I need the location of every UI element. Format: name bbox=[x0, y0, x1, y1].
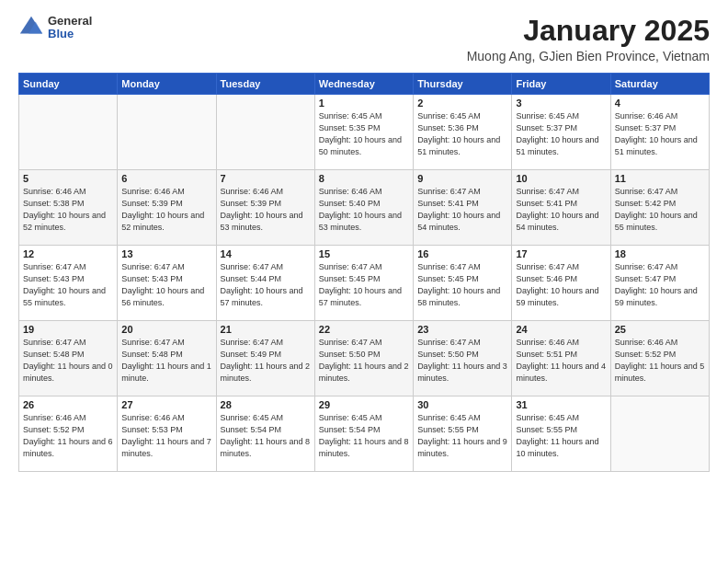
table-row: 1Sunrise: 6:45 AMSunset: 5:35 PMDaylight… bbox=[314, 95, 413, 170]
day-number: 8 bbox=[319, 173, 409, 184]
day-number: 24 bbox=[516, 324, 606, 335]
table-row: 29Sunrise: 6:45 AMSunset: 5:54 PMDayligh… bbox=[314, 396, 413, 472]
calendar-week-row: 12Sunrise: 6:47 AMSunset: 5:43 PMDayligh… bbox=[19, 246, 710, 321]
day-info: Sunrise: 6:47 AMSunset: 5:44 PMDaylight:… bbox=[221, 261, 311, 309]
table-row: 26Sunrise: 6:46 AMSunset: 5:52 PMDayligh… bbox=[19, 396, 118, 472]
table-row: 20Sunrise: 6:47 AMSunset: 5:48 PMDayligh… bbox=[118, 321, 216, 396]
table-row: 6Sunrise: 6:46 AMSunset: 5:39 PMDaylight… bbox=[118, 170, 216, 246]
logo-icon bbox=[18, 15, 44, 40]
table-row: 18Sunrise: 6:47 AMSunset: 5:47 PMDayligh… bbox=[610, 246, 709, 321]
day-info: Sunrise: 6:45 AMSunset: 5:36 PMDaylight:… bbox=[417, 110, 507, 158]
logo-blue: Blue bbox=[48, 28, 92, 40]
col-saturday: Saturday bbox=[610, 74, 709, 95]
day-number: 20 bbox=[121, 324, 211, 335]
day-info: Sunrise: 6:46 AMSunset: 5:52 PMDaylight:… bbox=[615, 337, 705, 385]
day-info: Sunrise: 6:46 AMSunset: 5:39 PMDaylight:… bbox=[221, 186, 311, 234]
col-tuesday: Tuesday bbox=[216, 74, 314, 95]
calendar-week-row: 5Sunrise: 6:46 AMSunset: 5:38 PMDaylight… bbox=[19, 170, 710, 246]
day-number: 30 bbox=[417, 399, 507, 410]
table-row: 2Sunrise: 6:45 AMSunset: 5:36 PMDaylight… bbox=[414, 95, 512, 170]
logo: General Blue bbox=[18, 15, 92, 41]
day-number: 26 bbox=[23, 399, 113, 410]
day-info: Sunrise: 6:46 AMSunset: 5:38 PMDaylight:… bbox=[23, 186, 113, 234]
day-number: 1 bbox=[319, 98, 409, 109]
day-number: 23 bbox=[417, 324, 507, 335]
day-info: Sunrise: 6:47 AMSunset: 5:42 PMDaylight:… bbox=[615, 186, 705, 234]
table-row: 30Sunrise: 6:45 AMSunset: 5:55 PMDayligh… bbox=[414, 396, 512, 472]
day-number: 10 bbox=[516, 173, 606, 184]
day-number: 14 bbox=[221, 248, 311, 259]
day-number: 13 bbox=[121, 248, 211, 259]
day-number: 7 bbox=[221, 173, 311, 184]
table-row: 14Sunrise: 6:47 AMSunset: 5:44 PMDayligh… bbox=[216, 246, 314, 321]
table-row: 7Sunrise: 6:46 AMSunset: 5:39 PMDaylight… bbox=[216, 170, 314, 246]
table-row: 19Sunrise: 6:47 AMSunset: 5:48 PMDayligh… bbox=[19, 321, 118, 396]
table-row: 15Sunrise: 6:47 AMSunset: 5:45 PMDayligh… bbox=[314, 246, 413, 321]
day-info: Sunrise: 6:46 AMSunset: 5:52 PMDaylight:… bbox=[23, 412, 113, 460]
day-info: Sunrise: 6:45 AMSunset: 5:55 PMDaylight:… bbox=[417, 412, 507, 460]
day-number: 16 bbox=[417, 248, 507, 259]
col-sunday: Sunday bbox=[19, 74, 118, 95]
table-row: 9Sunrise: 6:47 AMSunset: 5:41 PMDaylight… bbox=[414, 170, 512, 246]
table-row: 8Sunrise: 6:46 AMSunset: 5:40 PMDaylight… bbox=[314, 170, 413, 246]
calendar-table: Sunday Monday Tuesday Wednesday Thursday… bbox=[18, 73, 710, 472]
day-number: 9 bbox=[417, 173, 507, 184]
calendar-week-row: 1Sunrise: 6:45 AMSunset: 5:35 PMDaylight… bbox=[19, 95, 710, 170]
table-row: 11Sunrise: 6:47 AMSunset: 5:42 PMDayligh… bbox=[610, 170, 709, 246]
col-thursday: Thursday bbox=[414, 74, 512, 95]
table-row: 27Sunrise: 6:46 AMSunset: 5:53 PMDayligh… bbox=[118, 396, 216, 472]
day-info: Sunrise: 6:46 AMSunset: 5:51 PMDaylight:… bbox=[516, 337, 606, 385]
table-row: 25Sunrise: 6:46 AMSunset: 5:52 PMDayligh… bbox=[610, 321, 709, 396]
table-row bbox=[19, 95, 118, 170]
table-row: 12Sunrise: 6:47 AMSunset: 5:43 PMDayligh… bbox=[19, 246, 118, 321]
day-number: 31 bbox=[516, 399, 606, 410]
calendar-week-row: 26Sunrise: 6:46 AMSunset: 5:52 PMDayligh… bbox=[19, 396, 710, 472]
day-number: 17 bbox=[516, 248, 606, 259]
title-block: January 2025 Muong Ang, GJien Bien Provi… bbox=[467, 15, 710, 63]
day-info: Sunrise: 6:47 AMSunset: 5:45 PMDaylight:… bbox=[319, 261, 409, 309]
table-row bbox=[118, 95, 216, 170]
day-number: 18 bbox=[615, 248, 705, 259]
month-title: January 2025 bbox=[467, 15, 710, 47]
table-row: 28Sunrise: 6:45 AMSunset: 5:54 PMDayligh… bbox=[216, 396, 314, 472]
day-number: 28 bbox=[221, 399, 311, 410]
table-row: 31Sunrise: 6:45 AMSunset: 5:55 PMDayligh… bbox=[512, 396, 610, 472]
header: General Blue January 2025 Muong Ang, GJi… bbox=[18, 15, 710, 63]
day-info: Sunrise: 6:45 AMSunset: 5:54 PMDaylight:… bbox=[221, 412, 311, 460]
table-row: 22Sunrise: 6:47 AMSunset: 5:50 PMDayligh… bbox=[314, 321, 413, 396]
table-row: 4Sunrise: 6:46 AMSunset: 5:37 PMDaylight… bbox=[610, 95, 709, 170]
day-info: Sunrise: 6:45 AMSunset: 5:55 PMDaylight:… bbox=[516, 412, 606, 460]
calendar-week-row: 19Sunrise: 6:47 AMSunset: 5:48 PMDayligh… bbox=[19, 321, 710, 396]
day-number: 6 bbox=[121, 173, 211, 184]
day-info: Sunrise: 6:46 AMSunset: 5:40 PMDaylight:… bbox=[319, 186, 409, 234]
table-row: 13Sunrise: 6:47 AMSunset: 5:43 PMDayligh… bbox=[118, 246, 216, 321]
day-info: Sunrise: 6:47 AMSunset: 5:43 PMDaylight:… bbox=[121, 261, 211, 309]
day-number: 21 bbox=[221, 324, 311, 335]
day-info: Sunrise: 6:47 AMSunset: 5:45 PMDaylight:… bbox=[417, 261, 507, 309]
day-number: 19 bbox=[23, 324, 113, 335]
day-info: Sunrise: 6:47 AMSunset: 5:43 PMDaylight:… bbox=[23, 261, 113, 309]
day-info: Sunrise: 6:45 AMSunset: 5:35 PMDaylight:… bbox=[319, 110, 409, 158]
table-row: 17Sunrise: 6:47 AMSunset: 5:46 PMDayligh… bbox=[512, 246, 610, 321]
subtitle: Muong Ang, GJien Bien Province, Vietnam bbox=[467, 49, 710, 63]
day-info: Sunrise: 6:47 AMSunset: 5:41 PMDaylight:… bbox=[417, 186, 507, 234]
logo-text: General Blue bbox=[48, 15, 92, 41]
day-info: Sunrise: 6:47 AMSunset: 5:50 PMDaylight:… bbox=[319, 337, 409, 385]
day-info: Sunrise: 6:46 AMSunset: 5:39 PMDaylight:… bbox=[121, 186, 211, 234]
day-number: 4 bbox=[615, 98, 705, 109]
day-info: Sunrise: 6:45 AMSunset: 5:54 PMDaylight:… bbox=[319, 412, 409, 460]
logo-general: General bbox=[48, 15, 92, 28]
table-row: 21Sunrise: 6:47 AMSunset: 5:49 PMDayligh… bbox=[216, 321, 314, 396]
day-number: 2 bbox=[417, 98, 507, 109]
day-info: Sunrise: 6:47 AMSunset: 5:46 PMDaylight:… bbox=[516, 261, 606, 309]
day-number: 27 bbox=[121, 399, 211, 410]
table-row bbox=[216, 95, 314, 170]
day-info: Sunrise: 6:45 AMSunset: 5:37 PMDaylight:… bbox=[516, 110, 606, 158]
day-number: 3 bbox=[516, 98, 606, 109]
day-info: Sunrise: 6:47 AMSunset: 5:48 PMDaylight:… bbox=[121, 337, 211, 385]
day-number: 25 bbox=[615, 324, 705, 335]
col-friday: Friday bbox=[512, 74, 610, 95]
table-row: 10Sunrise: 6:47 AMSunset: 5:41 PMDayligh… bbox=[512, 170, 610, 246]
table-row: 23Sunrise: 6:47 AMSunset: 5:50 PMDayligh… bbox=[414, 321, 512, 396]
table-row bbox=[610, 396, 709, 472]
